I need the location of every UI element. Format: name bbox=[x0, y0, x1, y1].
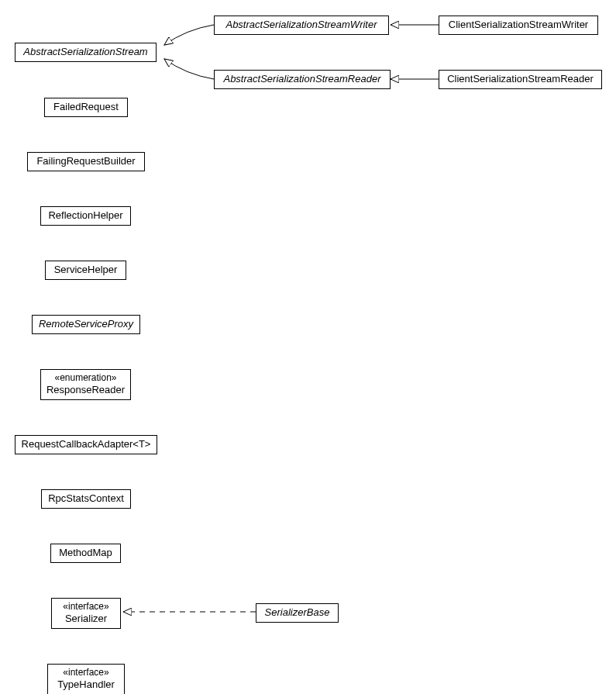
class-failing-request-builder[interactable]: FailingRequestBuilder bbox=[27, 152, 145, 171]
class-method-map[interactable]: MethodMap bbox=[50, 544, 121, 563]
class-serializer[interactable]: «interface» Serializer bbox=[51, 598, 121, 629]
class-label: FailedRequest bbox=[53, 101, 119, 114]
class-rpc-stats-context[interactable]: RpcStatsContext bbox=[41, 489, 131, 509]
class-type-handler[interactable]: «interface» TypeHandler bbox=[47, 664, 125, 694]
class-remote-service-proxy[interactable]: RemoteServiceProxy bbox=[32, 315, 140, 334]
class-abstract-serialization-stream[interactable]: AbstractSerializationStream bbox=[15, 43, 157, 62]
class-label: AbstractSerializationStreamReader bbox=[223, 73, 380, 86]
class-serializer-base[interactable]: SerializerBase bbox=[256, 603, 339, 623]
class-label: ClientSerializationStreamWriter bbox=[449, 19, 588, 32]
class-service-helper[interactable]: ServiceHelper bbox=[45, 261, 126, 280]
class-abstract-serialization-stream-reader[interactable]: AbstractSerializationStreamReader bbox=[214, 70, 391, 89]
class-label: AbstractSerializationStreamWriter bbox=[225, 19, 377, 32]
class-label: ReflectionHelper bbox=[48, 209, 122, 223]
class-request-callback-adapter[interactable]: RequestCallbackAdapter<T> bbox=[15, 435, 157, 454]
class-abstract-serialization-stream-writer[interactable]: AbstractSerializationStreamWriter bbox=[214, 16, 389, 35]
class-label: RemoteServiceProxy bbox=[39, 318, 133, 331]
class-client-serialization-stream-reader[interactable]: ClientSerializationStreamReader bbox=[439, 70, 602, 89]
stereotype-label: «enumeration» bbox=[54, 372, 116, 385]
class-label: MethodMap bbox=[59, 547, 112, 560]
stereotype-label: «interface» bbox=[63, 601, 108, 613]
class-label: Serializer bbox=[65, 613, 107, 626]
class-reflection-helper[interactable]: ReflectionHelper bbox=[40, 206, 131, 226]
class-label: FailingRequestBuilder bbox=[36, 155, 135, 168]
class-response-reader[interactable]: «enumeration» ResponseReader bbox=[40, 369, 131, 400]
class-client-serialization-stream-writer[interactable]: ClientSerializationStreamWriter bbox=[439, 16, 598, 35]
class-failed-request[interactable]: FailedRequest bbox=[44, 98, 128, 117]
class-label: RpcStatsContext bbox=[48, 492, 124, 506]
class-label: ClientSerializationStreamReader bbox=[447, 73, 594, 86]
class-label: ServiceHelper bbox=[54, 264, 118, 277]
class-label: SerializerBase bbox=[265, 606, 330, 620]
class-label: ResponseReader bbox=[46, 384, 125, 397]
stereotype-label: «interface» bbox=[63, 667, 108, 679]
class-label: RequestCallbackAdapter<T> bbox=[22, 438, 151, 451]
class-label: AbstractSerializationStream bbox=[23, 46, 147, 59]
class-label: TypeHandler bbox=[57, 678, 115, 692]
